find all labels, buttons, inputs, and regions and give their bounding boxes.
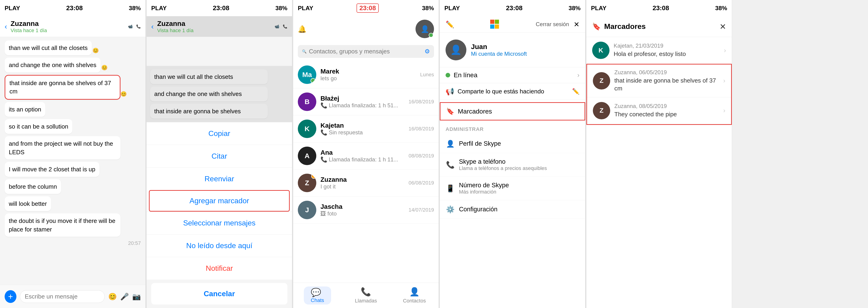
status-bar-4: PLAY 23:08 38% <box>440 0 585 16</box>
contact-last-msg: 📞 Sin respuesta <box>320 129 404 136</box>
close-icon[interactable]: ✕ <box>574 20 580 28</box>
filter-icon[interactable]: ⚙ <box>425 48 430 55</box>
select-messages-option[interactable]: Seleccionar mensajes <box>147 212 292 234</box>
list-item[interactable]: Z Zuzanna, 06/05/2019 that inside are go… <box>587 64 731 97</box>
contact-name-text: Ana <box>320 149 404 156</box>
share-status-row[interactable]: 📢 Comparte lo que estás haciendo ✏️ <box>440 83 585 100</box>
list-item[interactable]: K Kajetan 📞 Sin respuesta 16/08/2019 <box>293 115 439 143</box>
settings-row[interactable]: ⚙️ Configuración <box>440 200 585 219</box>
profile-icon: 👤 <box>445 140 455 148</box>
notify-option[interactable]: Notificar <box>147 257 292 280</box>
ctx-msg-text-1: than we will cut all the closets <box>154 73 233 80</box>
online-status-row[interactable]: En línea › <box>440 67 585 83</box>
bookmark-avatar: K <box>592 42 610 59</box>
marcadores-panel: PLAY 23:08 38% 🔖 Marcadores ✕ K Kajetan,… <box>586 0 732 308</box>
settings-icon: ⚙️ <box>445 205 455 213</box>
battery-3: 38% <box>422 5 434 12</box>
message-bubble: I will move the 2 closet that is up <box>5 162 99 177</box>
carrier-4: PLAY <box>444 5 460 12</box>
list-item[interactable]: Ma Marek lets go Lunes <box>293 61 439 88</box>
list-item[interactable]: J Jascha 🖼 foto 14/07/2019 <box>293 196 439 224</box>
forward-option[interactable]: Reenviar <box>147 167 292 190</box>
profile-header: 👤 Juan Mi cuenta de Microsoft <box>440 33 585 67</box>
message-text: before the column <box>9 183 57 190</box>
cancel-button[interactable]: Cancelar <box>151 283 287 305</box>
message-input[interactable] <box>20 290 105 303</box>
profile-avatar: 👤 <box>445 39 466 60</box>
video-call-icon-2[interactable]: 📹 <box>275 24 279 29</box>
emoji-icon[interactable]: 😊 <box>108 292 117 301</box>
mic-icon[interactable]: 🎤 <box>120 292 129 301</box>
skype-to-phone-row[interactable]: 📞 Skype a teléfono Llama a teléfonos a p… <box>440 153 585 177</box>
context-msg-3: that inside are gonna be shelves <box>150 104 268 119</box>
user-avatar[interactable]: 👤 <box>415 20 434 38</box>
marcadores-panel-header: 🔖 Marcadores ✕ <box>586 16 732 37</box>
share-icon: 📢 <box>445 87 454 95</box>
message-bubble: and from the project we will not buy the… <box>5 136 121 159</box>
battery-1: 38% <box>129 5 141 12</box>
footer-icons: 😊 🎤 📷 <box>108 292 141 301</box>
mark-unread-option[interactable]: No leído desde aquí <box>147 234 292 257</box>
highlighted-message-bubble: that inside are gonna be shelves of 37 c… <box>5 75 121 100</box>
bookmark-message-2: that inside are gonna be shelves of 37 c… <box>614 77 719 92</box>
close-marcadores-button[interactable]: ✕ <box>719 22 726 31</box>
message-text: its an option <box>9 106 41 113</box>
search-bar: 🔍 ⚙ <box>298 45 434 58</box>
bookmark-list: K Kajetan, 21/03/2019 Hola el profesor, … <box>586 37 732 308</box>
list-item[interactable]: B Błażej 📞 Llamada finalizada: 1 h 51...… <box>293 88 439 115</box>
marcadores-text: Marcadores <box>458 108 579 115</box>
list-item[interactable]: K Kajetan, 21/03/2019 Hola el profesor, … <box>586 37 732 64</box>
context-bg-messages: than we will cut all the closets and cha… <box>147 66 292 122</box>
menu-item-content-3: Número de Skype Más información <box>459 182 509 195</box>
cerrar-sesion-button[interactable]: Cerrar sesión <box>536 21 569 28</box>
notification-icon[interactable]: 🔔 <box>298 25 306 33</box>
contact-name-text: Marek <box>320 68 416 75</box>
avatar: K <box>298 120 316 138</box>
profile-details: Juan Mi cuenta de Microsoft <box>471 43 527 57</box>
chevron-right-icon-3: › <box>723 107 725 114</box>
list-item[interactable]: A Ana 📞 Llamada finalizada: 1 h 11... 08… <box>293 143 439 170</box>
edit-icon[interactable]: ✏️ <box>445 20 454 28</box>
tab-calls[interactable]: 📞 Llamadas <box>342 283 390 308</box>
tab-chats-bg: 💬 Chats <box>304 286 331 305</box>
contact-status-2: Vista hace 1 día <box>157 28 271 33</box>
camera-icon[interactable]: 📷 <box>132 292 141 301</box>
ms-logo-container <box>459 20 531 29</box>
back-button-2[interactable]: ‹ <box>151 22 154 31</box>
bookmark-avatar-3: Z <box>593 102 610 119</box>
add-bookmark-option[interactable]: Agregar marcador <box>149 190 290 212</box>
message-text: I will move the 2 closet that is up <box>9 166 95 173</box>
video-call-icon[interactable]: 📹 <box>128 24 133 29</box>
phone-call-icon[interactable]: 📞 <box>136 24 141 29</box>
message-text: than we will cut all the closets <box>9 44 88 51</box>
bookmark-content: Kajetan, 21/03/2019 Hola el profesor, es… <box>614 42 720 58</box>
marcadores-row[interactable]: 🔖 Marcadores <box>440 102 585 121</box>
status-bar-3: PLAY 23:08 38% <box>293 0 439 16</box>
add-button[interactable]: + <box>5 290 17 303</box>
status-bar-5: PLAY 23:08 38% <box>586 0 732 16</box>
tab-contacts[interactable]: 👤 Contactos <box>390 283 439 308</box>
header-icons: 📹 📞 <box>128 24 141 29</box>
ctx-msg-text-3: that inside are gonna be shelves <box>154 108 241 115</box>
back-button[interactable]: ‹ <box>5 22 7 31</box>
table-row: so it can be a sollution <box>5 119 141 134</box>
menu-item-sub-2: Llama a teléfonos a precios asequibles <box>459 165 547 171</box>
list-item[interactable]: Z ! Zuzanna I got it 06/08/2019 <box>293 170 439 196</box>
skype-number-row[interactable]: 📱 Número de Skype Más información <box>440 177 585 200</box>
context-menu-panel: PLAY 23:08 38% ‹ Zuzanna Vista hace 1 dí… <box>147 0 292 308</box>
status-bar-2: PLAY 23:08 38% <box>147 0 292 16</box>
tab-chats[interactable]: 💬 Chats <box>293 283 342 308</box>
contact-info-row: Marek lets go <box>320 68 416 82</box>
contact-last-msg: I got it <box>320 183 404 190</box>
skype-profile-row[interactable]: 👤 Perfil de Skype <box>440 134 585 153</box>
edit-share-icon[interactable]: ✏️ <box>572 88 580 95</box>
bookmark-avatar-2: Z <box>593 72 610 90</box>
copy-option[interactable]: Copiar <box>147 122 292 145</box>
contact-date: Lunes <box>420 72 434 78</box>
quote-option[interactable]: Citar <box>147 145 292 167</box>
phone-call-icon-2[interactable]: 📞 <box>283 24 287 29</box>
search-input[interactable] <box>309 48 422 55</box>
chat-panel: PLAY 23:08 38% ‹ Zuzanna Vista hace 1 dí… <box>0 0 146 308</box>
battery-2: 38% <box>275 5 287 12</box>
list-item[interactable]: Z Zuzanna, 08/05/2019 They conected the … <box>587 97 731 124</box>
